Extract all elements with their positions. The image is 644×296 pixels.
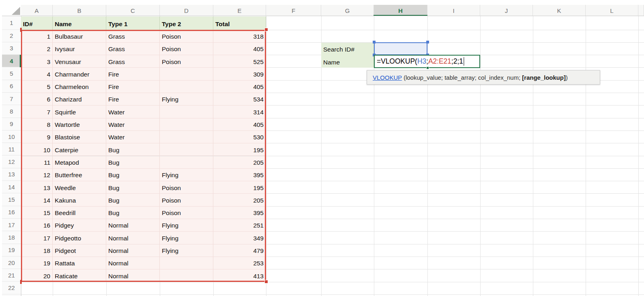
row-header-5[interactable]: 5 <box>2 67 21 80</box>
tooltip-args: (lookup_value; table_array; col_index_nu… <box>402 74 522 81</box>
gridline <box>586 16 586 296</box>
tooltip-close-paren: ) <box>566 74 568 81</box>
header-band-border <box>2 16 644 16</box>
vlookup-help-link[interactable]: VLOOKUP <box>373 74 402 81</box>
select-all-button[interactable] <box>12 7 20 15</box>
formula-part: A2:E21 <box>428 57 451 66</box>
selection-handle[interactable] <box>373 41 376 43</box>
row-header-2[interactable]: 2 <box>2 30 21 42</box>
gridline <box>266 16 266 296</box>
column-header-D[interactable]: D <box>160 5 213 16</box>
column-header-G[interactable]: G <box>321 5 374 16</box>
row-header-11[interactable]: 11 <box>2 143 21 155</box>
column-header-E[interactable]: E <box>213 5 266 16</box>
cell-H3-selected[interactable] <box>374 42 427 55</box>
row-header-12[interactable]: 12 <box>2 156 21 168</box>
row-header-9[interactable]: 9 <box>2 118 21 130</box>
text-caret <box>464 57 464 66</box>
column-header-L[interactable]: L <box>586 5 638 16</box>
row-header-1[interactable]: 1 <box>2 16 21 30</box>
formula-part: H3 <box>417 57 426 66</box>
column-header-partial[interactable] <box>638 5 644 16</box>
formula-part: ;2;1 <box>451 57 463 66</box>
tooltip-optional-arg: [range_lookup] <box>522 74 566 81</box>
column-header-B[interactable]: B <box>53 5 106 16</box>
formula-part: =VLOOKUP( <box>377 57 417 66</box>
row-header-18[interactable]: 18 <box>2 231 21 244</box>
row-header-19[interactable]: 19 <box>2 244 21 257</box>
table-header-name[interactable]: Name <box>53 17 106 30</box>
row-header-10[interactable]: 10 <box>2 130 21 143</box>
gridline <box>638 16 639 296</box>
table-header-id-[interactable]: ID# <box>21 17 53 30</box>
formula-cell-editor[interactable]: =VLOOKUP(H3;A2:E21;2;1 <box>374 55 480 68</box>
column-header-C[interactable]: C <box>106 5 160 16</box>
row-header-17[interactable]: 17 <box>2 219 21 231</box>
row-header-20[interactable]: 20 <box>2 257 21 269</box>
gridline <box>533 16 533 296</box>
gridline <box>480 16 481 296</box>
range-edge-tick <box>20 28 22 32</box>
row-header-7[interactable]: 7 <box>2 93 21 105</box>
gridline <box>21 294 644 295</box>
fill-handle[interactable] <box>426 66 429 69</box>
cell-G3-search-id-label[interactable]: Search ID# <box>321 43 374 55</box>
range-edge-tick <box>20 280 22 284</box>
row-header-14[interactable]: 14 <box>2 181 21 193</box>
table-header-type-1[interactable]: Type 1 <box>106 17 160 30</box>
row-header-8[interactable]: 8 <box>2 105 21 118</box>
range-resize-handle[interactable] <box>264 280 268 284</box>
selection-handle[interactable] <box>426 41 429 43</box>
function-tooltip: VLOOKUP (lookup_value; table_array; col_… <box>367 70 600 85</box>
column-header-H[interactable]: H <box>374 5 427 16</box>
column-header-I[interactable]: I <box>427 5 480 16</box>
row-header-15[interactable]: 15 <box>2 193 21 206</box>
row-header-22[interactable]: 22 <box>2 282 21 294</box>
table-header-type-2[interactable]: Type 2 <box>160 17 213 30</box>
table-header-total[interactable]: Total <box>213 17 266 30</box>
column-header-A[interactable]: A <box>21 5 53 16</box>
range-resize-handle[interactable] <box>264 28 268 31</box>
column-header-K[interactable]: K <box>533 5 586 16</box>
column-header-J[interactable]: J <box>480 5 533 16</box>
row-header-6[interactable]: 6 <box>2 80 21 93</box>
row-header-13[interactable]: 13 <box>2 168 21 181</box>
spreadsheet-grid: ABCDEFGHIJKL1234567891011121314151617181… <box>0 0 644 296</box>
range-reference-border <box>21 30 266 282</box>
row-header-21[interactable]: 21 <box>2 269 21 282</box>
row-header-3[interactable]: 3 <box>2 42 21 55</box>
column-header-F[interactable]: F <box>266 5 321 16</box>
cell-G4-name-label[interactable]: Name <box>321 55 374 68</box>
row-header-4[interactable]: 4 <box>2 55 21 67</box>
row-header-16[interactable]: 16 <box>2 206 21 219</box>
